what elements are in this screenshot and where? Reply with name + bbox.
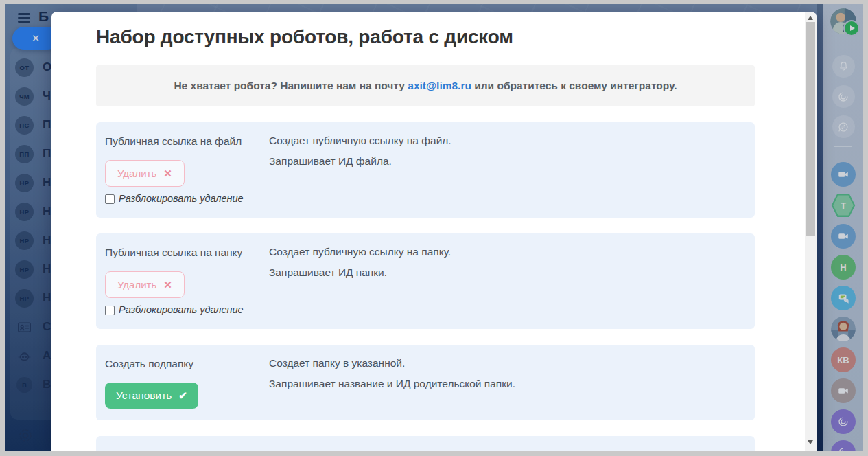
robot-description-line: Создает публичную ссылку на папку.	[269, 242, 744, 262]
check-icon: ✔	[178, 389, 187, 402]
robot-card: Создать подпапку Установить ✔ Создает па…	[96, 345, 755, 420]
modal-title: Набор доступных роботов, работа с диском	[96, 26, 755, 48]
install-robot-button[interactable]: Установить ✔	[105, 383, 198, 409]
robot-description-line: Создает папку в указанной.	[269, 353, 744, 374]
robot-description-line: Копирует или перемещает указанную папку.	[269, 444, 744, 451]
delete-button-label: Удалить	[117, 279, 156, 290]
modal-content: Набор доступных роботов, работа с диском…	[51, 12, 805, 451]
robot-description: Создает публичную ссылку на папку.Запраш…	[269, 242, 744, 317]
app-background: Б ✕ ОТ О ЧМ Ч ПС П ПП П НР Н НР Н НР Н Н…	[5, 4, 863, 451]
robot-name: Создать подпапку	[105, 356, 250, 371]
scrollbar-thumb[interactable]	[806, 22, 815, 236]
robot-name: Копировать\переместить папку	[105, 448, 250, 451]
unlock-delete-label: Разблокировать удаление	[119, 303, 244, 317]
delete-robot-button[interactable]: Удалить ✕	[105, 271, 185, 298]
robot-card-left: Копировать\переместить папку Установить …	[105, 448, 250, 451]
robot-description-line: Запрашивает название и ИД родительской п…	[269, 374, 744, 394]
robot-card: Копировать\переместить папку Установить …	[96, 436, 755, 451]
notice-text: Не хватает робота? Напишите нам на почту…	[174, 80, 677, 92]
cross-icon: ✕	[163, 168, 172, 180]
robot-card-left: Создать подпапку Установить ✔	[105, 356, 250, 409]
unlock-delete-checkbox[interactable]	[105, 306, 115, 315]
robot-description: Создает папку в указанной.Запрашивает на…	[269, 353, 744, 409]
unlock-delete-row: Разблокировать удаление	[105, 303, 250, 317]
delete-robot-button[interactable]: Удалить ✕	[105, 160, 185, 187]
notice-banner: Не хватает робота? Напишите нам на почту…	[96, 65, 755, 106]
cross-icon: ✕	[163, 279, 172, 291]
screenshot-frame: Б ✕ ОТ О ЧМ Ч ПС П ПП П НР Н НР Н НР Н Н…	[0, 0, 868, 456]
delete-button-label: Удалить	[117, 168, 156, 179]
unlock-delete-row: Разблокировать удаление	[105, 192, 250, 206]
robot-name: Публичная ссылка на файл	[105, 134, 250, 148]
scrollbar-up-arrow-icon[interactable]	[808, 16, 813, 20]
robot-card: Публичная ссылка на папку Удалить ✕ Разб…	[96, 233, 755, 329]
robot-card: Публичная ссылка на файл Удалить ✕ Разбл…	[96, 122, 755, 218]
robot-description-line: Запрашивает ИД файла.	[269, 151, 744, 172]
support-email-link[interactable]: axit@lim8.ru	[408, 80, 471, 91]
unlock-delete-label: Разблокировать удаление	[119, 192, 244, 206]
unlock-delete-checkbox[interactable]	[105, 194, 115, 204]
modal-scrollbar[interactable]	[805, 12, 817, 451]
robot-name: Публичная ссылка на папку	[105, 245, 250, 260]
install-button-label: Установить	[116, 389, 172, 402]
robot-card-left: Публичная ссылка на файл Удалить ✕ Разбл…	[105, 134, 250, 206]
robot-card-left: Публичная ссылка на папку Удалить ✕ Разб…	[105, 245, 250, 317]
robot-description: Копирует или перемещает указанную папку.…	[269, 444, 744, 451]
robots-modal: Набор доступных роботов, работа с диском…	[51, 12, 817, 451]
robot-description-line: Запрашивает ИД папки.	[269, 262, 744, 283]
scrollbar-down-arrow-icon[interactable]	[808, 440, 813, 444]
robot-description: Создает публичную ссылку на файл.Запраши…	[269, 130, 744, 206]
robot-description-line: Создает публичную ссылку на файл.	[269, 130, 744, 151]
